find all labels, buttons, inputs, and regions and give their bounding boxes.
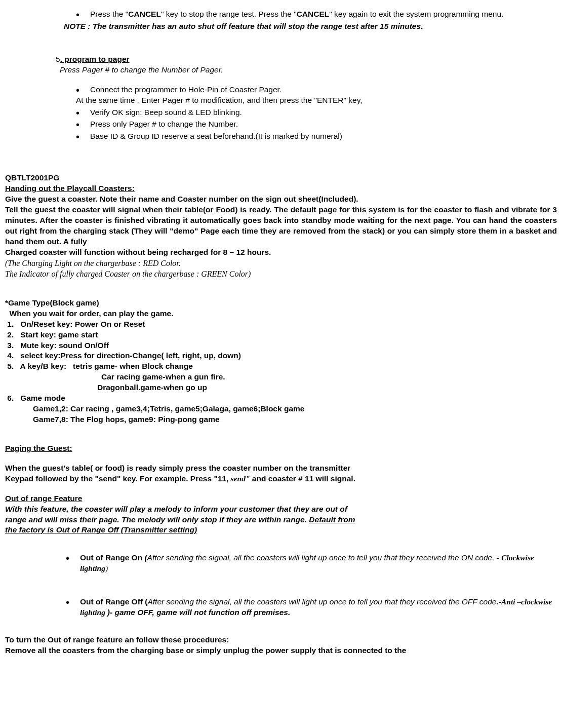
handing-p1: Give the guest a coaster. Note their nam… — [5, 194, 557, 205]
cancel-key-1: CANCEL — [128, 10, 161, 18]
oor-bullet-on: Out of Range On (After sending the signa… — [66, 553, 557, 574]
dash: - — [497, 553, 501, 562]
section-title: . program to pager — [60, 55, 130, 63]
paging-p2: Keypad followed by the "send" key. For e… — [5, 474, 557, 484]
text: " key to stop the range test. Press the … — [161, 10, 297, 18]
paging-title: Paging the Guest: — [5, 443, 557, 454]
oor-p1: With this feature, the coaster will play… — [5, 504, 557, 515]
game-5: 5. A key/B key: tetris game- when Block … — [5, 361, 557, 372]
oor-p2: range and will miss their page. The melo… — [5, 515, 557, 525]
text: Press only Pager # to change the Number. — [90, 120, 238, 128]
turn-p2: Remove all the coasters from the chargin… — [5, 645, 557, 656]
text: Connect the programmer to Hole-Pin of Co… — [90, 85, 282, 94]
cancel-bullet: Press the "CANCEL" key to stop the range… — [76, 9, 557, 20]
charging-note-2: The Indicator of fully charged Coaster o… — [5, 269, 557, 280]
label: Out of Range On — [80, 553, 144, 562]
dash: .- — [496, 597, 501, 606]
game-6b: Game1,2: Car racing , game3,4;Tetris, ga… — [5, 404, 557, 414]
auto-shutoff-note: NOTE : The transmitter has an auto shut … — [5, 21, 557, 32]
period: . — [421, 22, 423, 30]
note-text: NOTE : The transmitter has an auto shut … — [64, 22, 421, 30]
s5-bullet-4: Base ID & Group ID reserve a seat before… — [76, 131, 557, 142]
paging-p1: When the guest's table( or food) is read… — [5, 463, 557, 474]
game-1: 1. On/Reset key: Power On or Reset — [5, 319, 557, 330]
oor-title: Out of range Feature — [5, 493, 557, 504]
label: Out of Range Off ( — [80, 597, 147, 606]
oor-bullet-off: Out of Range Off (After sending the sign… — [66, 597, 557, 618]
text: Keypad followed by the "send" key. For e… — [5, 474, 231, 483]
game-5c: Dragonball.game-when go up — [5, 382, 557, 393]
s5-bullet-2: Verify OK sign: Beep sound & LED blinkin… — [76, 107, 557, 118]
text-underline: Default from — [309, 515, 355, 524]
s5-bullet-3: Press only Pager # to change the Number. — [76, 119, 557, 130]
turn-p1: To turn the Out of range feature an foll… — [5, 635, 557, 645]
game-intro: When you wait for order, can play the ga… — [5, 309, 557, 319]
close-paren: ) — [105, 564, 108, 572]
section-number: 5 — [56, 55, 60, 63]
desc: After sending the signal, all the coaste… — [147, 597, 496, 606]
s5-bullet-1: Connect the programmer to Hole-Pin of Co… — [76, 85, 557, 106]
tail: )- game OFF, game will not function off … — [107, 608, 290, 617]
section-5-heading: 5. program to pager — [5, 54, 557, 65]
handing-title: Handing out the Playcall Coasters: — [5, 183, 557, 194]
oor-bullets: Out of Range On (After sending the signa… — [5, 553, 557, 574]
game-3: 3. Mute key: sound On/Off — [5, 340, 557, 351]
game-2: 2. Start key: game start — [5, 330, 557, 340]
desc: After sending the signal, all the coaste… — [147, 553, 497, 562]
section-5-bullets: Connect the programmer to Hole-Pin of Co… — [5, 85, 557, 142]
game-title: *Game Type(Block game) — [5, 298, 557, 309]
cancel-key-2: CANCEL — [297, 10, 330, 18]
game-5b: Car racing game-when a gun fire. — [5, 372, 557, 382]
text: Press the " — [90, 10, 128, 18]
game-6: 6. Game mode — [5, 393, 557, 404]
model-number: QBTLT2001PG — [5, 173, 557, 183]
oor-p3: the factory is Out of Range Off (Transmi… — [5, 525, 557, 535]
handing-p2: Tell the guest the coaster will signal w… — [5, 205, 557, 247]
handing-p3: Charged coaster will function without be… — [5, 247, 557, 258]
send-word: send" — [231, 474, 250, 483]
text: range and will miss their page. The melo… — [5, 515, 309, 524]
game-4: 4. select key:Press for direction-Change… — [5, 351, 557, 361]
text: Verify OK sign: Beep sound & LED blinkin… — [90, 108, 242, 117]
text: " key again to exit the system programmi… — [329, 10, 503, 18]
oor-bullets-2: Out of Range Off (After sending the sign… — [5, 597, 557, 618]
text: and coaster # 11 will signal. — [250, 474, 355, 483]
game-6c: Game7,8: The Flog hops, game9: Ping-pong… — [5, 414, 557, 425]
text: Base ID & Group ID reserve a seat before… — [90, 132, 342, 140]
cancel-instruction-list: Press the "CANCEL" key to stop the range… — [5, 9, 557, 20]
charging-note-1: (The Charging Light on the chargerbase :… — [5, 258, 557, 269]
text-cont: At the same time , Enter Pager # to modi… — [76, 96, 363, 104]
section-5-subtitle: Press Pager # to change the Number of Pa… — [5, 65, 557, 75]
